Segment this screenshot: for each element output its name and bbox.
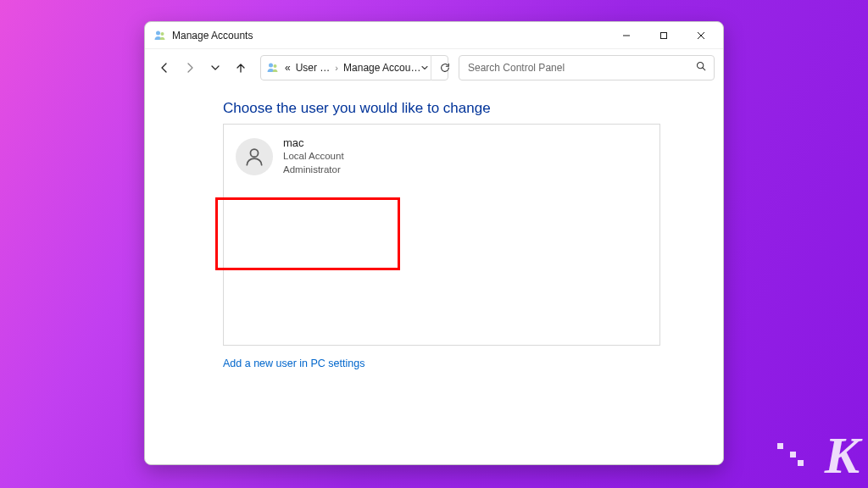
search-icon[interactable] [692,60,710,75]
svg-point-7 [274,64,277,68]
user-name: mac [283,136,344,149]
users-icon [266,61,280,75]
refresh-button[interactable] [435,56,455,80]
user-role: Administrator [283,163,344,176]
up-button[interactable] [230,56,252,80]
svg-point-0 [156,30,160,35]
toolbar: « User … › Manage Accou… [145,49,723,86]
address-seg-current[interactable]: Manage Accou… [343,62,420,74]
svg-point-6 [269,64,273,68]
app-icon [153,29,167,42]
desktop-background: Manage Accounts [0,0,868,488]
chevron-right-icon: › [335,63,338,73]
titlebar: Manage Accounts [145,22,723,49]
search-input[interactable] [468,62,692,74]
svg-point-10 [250,149,258,157]
brand-logo: K [825,429,858,481]
window-title: Manage Accounts [172,30,253,42]
user-info: mac Local Account Administrator [283,136,344,176]
user-account-type: Local Account [283,149,344,163]
maximize-button[interactable] [645,23,682,48]
svg-line-9 [703,68,705,70]
address-seg-root[interactable]: « [285,62,291,74]
svg-point-1 [161,32,164,36]
address-dropdown-button[interactable] [420,64,429,72]
content-area: Choose the user you would like to change… [145,86,723,464]
address-seg-user[interactable]: User … [296,62,331,74]
user-list-box: mac Local Account Administrator [223,124,660,346]
page-heading: Choose the user you would like to change [223,100,709,117]
svg-rect-3 [661,32,667,38]
brand-dots-icon [777,443,805,449]
close-button[interactable] [682,23,720,48]
add-user-link[interactable]: Add a new user in PC settings [223,358,364,369]
minimize-button[interactable] [608,23,645,48]
address-bar[interactable]: « User … › Manage Accou… [260,55,448,80]
manage-accounts-window: Manage Accounts [144,21,724,465]
avatar [236,138,273,175]
forward-button[interactable] [179,56,201,80]
search-box[interactable] [459,55,715,80]
recent-locations-button[interactable] [204,56,226,80]
back-button[interactable] [153,56,175,80]
user-card[interactable]: mac Local Account Administrator [236,136,648,176]
